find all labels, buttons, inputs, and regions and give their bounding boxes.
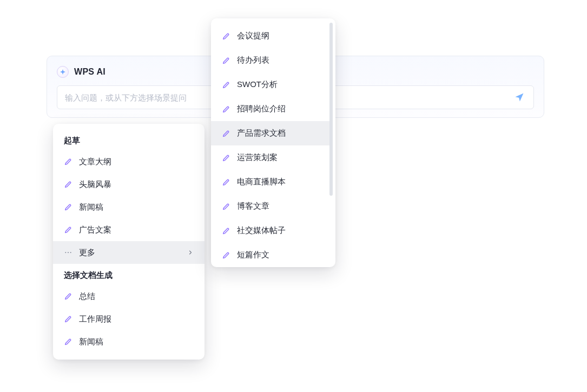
menu-item-label: 更多 (79, 248, 181, 258)
pen-icon (64, 337, 72, 346)
pen-icon (222, 202, 230, 211)
pen-icon (222, 81, 230, 89)
send-icon[interactable] (513, 91, 526, 104)
scrollbar-thumb[interactable] (329, 23, 333, 196)
submenu-item-label: 产品需求文档 (237, 128, 320, 138)
submenu-item-label: 招聘岗位介绍 (237, 104, 320, 114)
wps-ai-logo-icon (57, 66, 69, 78)
section-header: 选择文档生成 (53, 264, 205, 285)
menu-item-label: 总结 (79, 291, 194, 302)
menu-item-label: 新闻稿 (79, 202, 194, 212)
section-header: 起草 (53, 129, 205, 150)
scene-menu: 起草文章大纲头脑风暴新闻稿广告文案更多选择文档生成总结工作周报新闻稿 (53, 124, 205, 360)
submenu-item-label: SWOT分析 (237, 79, 320, 90)
submenu-item[interactable]: 电商直播脚本 (211, 170, 331, 194)
pen-icon (222, 178, 230, 187)
menu-item[interactable]: 新闻稿 (53, 330, 205, 353)
submenu-item-label: 社交媒体帖子 (237, 225, 320, 236)
pen-icon (64, 180, 72, 189)
menu-item[interactable]: 广告文案 (53, 218, 205, 241)
menu-item[interactable]: 总结 (53, 285, 205, 308)
submenu-item[interactable]: 待办列表 (211, 48, 331, 72)
menu-item-label: 新闻稿 (79, 337, 194, 347)
pen-icon (222, 105, 230, 114)
svg-point-0 (65, 252, 66, 253)
menu-item-label: 头脑风暴 (79, 180, 194, 190)
pen-icon (64, 315, 72, 323)
app-title: WPS AI (74, 67, 105, 77)
submenu-item[interactable]: 会议提纲 (211, 24, 331, 48)
submenu-item[interactable]: 产品需求文档 (211, 121, 331, 145)
pen-icon (222, 56, 230, 65)
submenu-item[interactable]: 短篇作文 (211, 243, 331, 267)
submenu-item[interactable]: 运营策划案 (211, 145, 331, 170)
more-submenu: 会议提纲待办列表SWOT分析招聘岗位介绍产品需求文档运营策划案电商直播脚本博客文… (211, 18, 335, 267)
svg-point-1 (68, 252, 69, 253)
submenu-item[interactable]: 博客文章 (211, 194, 331, 218)
svg-point-2 (70, 252, 71, 253)
submenu-item-label: 待办列表 (237, 55, 320, 65)
menu-item[interactable]: 头脑风暴 (53, 173, 205, 196)
pen-icon (64, 157, 72, 166)
submenu-item-label: 会议提纲 (237, 31, 320, 41)
submenu-item-label: 运营策划案 (237, 152, 320, 163)
pen-icon (64, 203, 72, 211)
menu-item[interactable]: 新闻稿 (53, 196, 205, 218)
menu-item-label: 工作周报 (79, 314, 194, 324)
submenu-item[interactable]: 社交媒体帖子 (211, 218, 331, 243)
menu-item[interactable]: 文章大纲 (53, 150, 205, 173)
menu-item[interactable]: 工作周报 (53, 308, 205, 330)
pen-icon (222, 32, 230, 41)
submenu-item-label: 短篇作文 (237, 250, 320, 260)
menu-item-label: 文章大纲 (79, 157, 194, 167)
ellipsis-icon (64, 248, 72, 257)
pen-icon (64, 225, 72, 234)
submenu-item-label: 电商直播脚本 (237, 177, 320, 187)
pen-icon (222, 251, 230, 260)
submenu-item[interactable]: SWOT分析 (211, 72, 331, 97)
menu-item-label: 广告文案 (79, 225, 194, 235)
chevron-right-icon (187, 249, 194, 256)
pen-icon (222, 129, 230, 138)
pen-icon (222, 227, 230, 235)
submenu-item[interactable]: 招聘岗位介绍 (211, 97, 331, 121)
pen-icon (64, 292, 72, 301)
submenu-item-label: 博客文章 (237, 201, 320, 211)
menu-item-more[interactable]: 更多 (53, 241, 205, 264)
pen-icon (222, 154, 230, 162)
